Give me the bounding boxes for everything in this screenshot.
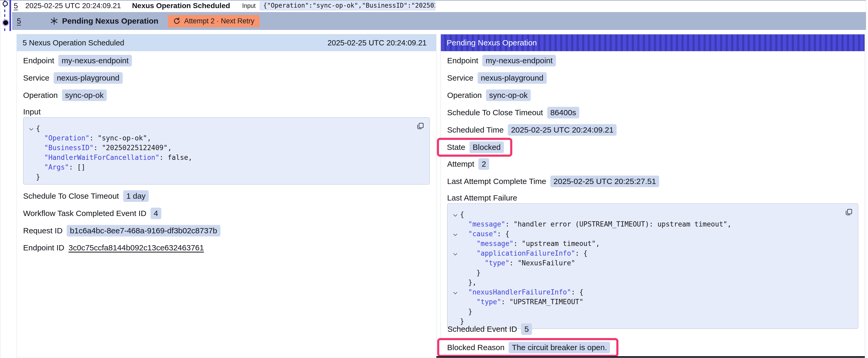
- left-panel-body: Endpointmy-nexus-endpointServicenexus-pl…: [17, 51, 436, 253]
- field-row-attempt: Attempt2: [447, 158, 858, 170]
- input-section-label: Input: [23, 106, 430, 117]
- collapse-chevron-icon[interactable]: [451, 212, 460, 218]
- annotation-highlight-box: Blocked ReasonThe circuit breaker is ope…: [437, 338, 618, 357]
- endpoint-value: my-nexus-endpoint: [482, 55, 556, 66]
- field-row-scheduled-event-id: Scheduled Event ID5: [447, 323, 618, 335]
- event-input-preview-chip[interactable]: {"Operation":"sync-op-ok","BusinessID":"…: [260, 1, 435, 10]
- code-line: "BusinessID": "20250225122409",: [27, 143, 424, 153]
- code-line: "Operation": "sync-op-ok",: [27, 133, 424, 143]
- code-text: "type": "NexusFailure": [460, 259, 575, 267]
- operation-label: Operation: [23, 91, 58, 100]
- bottom-edge: [436, 356, 865, 358]
- blocked-reason-value: The circuit breaker is open.: [508, 342, 610, 353]
- scheduled-event-id-value: 5: [521, 323, 532, 335]
- field-row-service: Servicenexus-playground: [23, 72, 430, 84]
- code-line: "cause": {: [451, 229, 853, 238]
- endpoint-id-value[interactable]: 3c0c75ccfa8144b092c13ce632463761: [68, 243, 204, 252]
- event-timestamp: 2025-02-25 UTC 20:24:09.21: [25, 2, 121, 10]
- pending-nexus-operation-row[interactable]: 5 Pending Nexus Operation Attempt 2 · Ne…: [12, 12, 866, 30]
- code-text: "applicationFailureInfo": {: [460, 249, 587, 257]
- retry-status-badge: Attempt 2 · Next Retry: [168, 15, 259, 27]
- code-line: "message": "upstream timeout",: [451, 238, 853, 248]
- code-line: {: [451, 209, 853, 219]
- code-text: {: [460, 210, 464, 218]
- left-fields-bottom: Schedule To Close Timeout1 dayWorkflow T…: [23, 190, 430, 253]
- blocked-reason-label: Blocked Reason: [447, 343, 504, 352]
- service-value: nexus-playground: [54, 72, 123, 84]
- endpoint-value: my-nexus-endpoint: [58, 55, 132, 66]
- left-panel-title: 5 Nexus Operation Scheduled: [23, 39, 124, 47]
- code-text: }: [460, 269, 480, 276]
- field-row-schedule-to-close-timeout: Schedule To Close Timeout1 day: [23, 190, 430, 202]
- event-id-link[interactable]: 5: [14, 2, 18, 10]
- retry-icon: [173, 17, 181, 25]
- field-row-endpoint-id: Endpoint ID3c0c75ccfa8144b092c13ce632463…: [23, 242, 430, 253]
- code-text: "BusinessID": "20250225122409",: [36, 144, 172, 152]
- endpoint-id-label: Endpoint ID: [23, 243, 64, 252]
- field-row-operation: Operationsync-op-ok: [23, 90, 430, 101]
- scheduled-event-id-label: Scheduled Event ID: [447, 325, 517, 334]
- left-fields-top: Endpointmy-nexus-endpointServicenexus-pl…: [23, 55, 430, 101]
- code-text: },: [460, 279, 476, 286]
- timeline-node-icon[interactable]: [3, 1, 8, 6]
- operation-label: Operation: [447, 91, 482, 100]
- right-panel-header: Pending Nexus Operation: [441, 34, 865, 51]
- field-row-schedule-to-close-timeout: Schedule To Close Timeout86400s: [447, 107, 858, 118]
- input-json-lines: { "Operation": "sync-op-ok", "BusinessID…: [27, 123, 424, 182]
- schedule-to-close-timeout-value: 1 day: [123, 190, 149, 202]
- endpoint-label: Endpoint: [23, 56, 54, 65]
- right-fields-bottom: Scheduled Event ID5Blocked ReasonThe cir…: [447, 323, 618, 357]
- event-row-nexus-operation-scheduled[interactable]: 5 2025-02-25 UTC 20:24:09.21 Nexus Opera…: [14, 1, 865, 11]
- event-detail-panel: 5 Nexus Operation Scheduled 2025-02-25 U…: [17, 34, 436, 358]
- workflow-task-completed-event-id-value: 4: [151, 207, 161, 219]
- attempt-label: Attempt: [447, 160, 474, 168]
- scrollbar-gutter[interactable]: [866, 0, 868, 358]
- collapse-chevron-icon[interactable]: [451, 290, 460, 296]
- field-row-request-id: Request IDb1c6a4bc-8ee7-468a-9169-df3b02…: [23, 225, 430, 236]
- left-panel-timestamp: 2025-02-25 UTC 20:24:09.21: [328, 39, 427, 47]
- right-fields-top: Endpointmy-nexus-endpointServicenexus-pl…: [447, 55, 858, 187]
- code-line: "type": "UPSTREAM_TIMEOUT": [451, 297, 853, 306]
- field-row-workflow-task-completed-event-id: Workflow Task Completed Event ID4: [23, 207, 430, 219]
- code-line: "HandlerWaitForCancellation": false,: [27, 153, 424, 162]
- failure-json-lines: { "message": "handler error (UPSTREAM_TI…: [451, 209, 853, 326]
- pending-title: Pending Nexus Operation: [62, 17, 158, 26]
- code-text: "type": "UPSTREAM_TIMEOUT": [460, 298, 584, 306]
- code-line: "type": "NexusFailure": [451, 258, 853, 268]
- copy-icon[interactable]: [844, 208, 853, 217]
- field-row-endpoint: Endpointmy-nexus-endpoint: [447, 55, 858, 66]
- code-line: "Args": []: [27, 162, 424, 172]
- field-row-last-attempt-complete-time: Last Attempt Complete Time2025-02-25 UTC…: [447, 175, 858, 187]
- endpoint-label: Endpoint: [447, 56, 478, 65]
- code-line: }: [27, 172, 424, 182]
- service-label: Service: [23, 73, 50, 83]
- code-text: "nexusHandlerFailureInfo": {: [460, 288, 584, 296]
- last-attempt-failure-label: Last Attempt Failure: [447, 192, 858, 203]
- code-line: {: [27, 123, 424, 133]
- last-attempt-complete-time-value: 2025-02-25 UTC 20:25:27.51: [550, 175, 659, 187]
- code-text: }: [460, 307, 472, 316]
- collapse-chevron-icon[interactable]: [451, 231, 460, 238]
- code-text: }: [36, 173, 40, 181]
- pending-event-id-link[interactable]: 5: [17, 17, 21, 26]
- code-line: "nexusHandlerFailureInfo": {: [451, 287, 853, 297]
- code-text: "cause": {: [460, 230, 509, 238]
- code-text: "message": "handler error (UPSTREAM_TIME…: [460, 220, 732, 228]
- state-value: Blocked: [469, 141, 504, 153]
- request-id-value: b1c6a4bc-8ee7-468a-9169-df3b02c8737b: [67, 225, 220, 236]
- event-title: Nexus Operation Scheduled: [132, 2, 230, 10]
- timeline-selected-node-icon[interactable]: [3, 20, 8, 25]
- service-value: nexus-playground: [477, 72, 547, 84]
- nexus-asterisk-icon: [50, 17, 58, 25]
- left-panel-header: 5 Nexus Operation Scheduled 2025-02-25 U…: [17, 34, 436, 51]
- window-left-border: [0, 0, 0, 358]
- code-text: "HandlerWaitForCancellation": false,: [36, 154, 192, 161]
- workflow-task-completed-event-id-label: Workflow Task Completed Event ID: [23, 209, 146, 218]
- collapse-chevron-icon[interactable]: [27, 126, 36, 132]
- copy-icon[interactable]: [416, 122, 424, 131]
- collapse-chevron-icon[interactable]: [451, 251, 460, 257]
- last-attempt-complete-time-label: Last Attempt Complete Time: [447, 177, 546, 186]
- code-text: "Args": []: [36, 163, 85, 171]
- right-panel-title: Pending Nexus Operation: [446, 38, 537, 47]
- event-input-label: Input: [242, 2, 256, 9]
